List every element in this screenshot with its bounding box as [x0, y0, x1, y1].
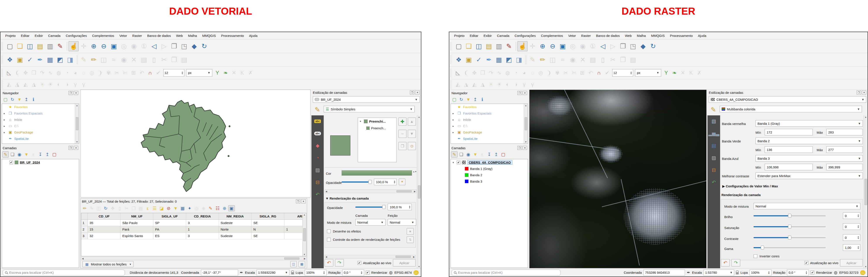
snapping-tolerance-spinbox[interactable]: 12▲▼ — [612, 69, 633, 76]
save-project-icon[interactable]: ◫ — [474, 41, 484, 51]
current-edits-icon[interactable]: ✎ — [79, 55, 89, 65]
layout-manager-icon[interactable]: ▥ — [45, 41, 55, 51]
close-panel-button[interactable]: ✕ — [301, 199, 306, 203]
local-cumulative-stretch-icon[interactable]: ◭ — [470, 80, 478, 89]
close-panel-button[interactable]: ✕ — [862, 91, 866, 95]
add-spatialite-layer-icon[interactable]: ✒ — [35, 55, 45, 65]
menu-item[interactable]: Web — [622, 33, 634, 38]
brightness-slider[interactable] — [753, 213, 826, 218]
add-group-icon[interactable]: ❏ — [9, 151, 16, 158]
open-project-icon[interactable]: ❏ — [464, 41, 474, 51]
coordinate-box[interactable]: -28,1° -37,7° — [201, 270, 238, 276]
offset-curve-icon[interactable]: ❩ — [96, 69, 104, 77]
vertex-tool-icon[interactable]: ✕ — [578, 55, 588, 65]
new-3d-map-view-icon[interactable]: ◳ — [628, 41, 638, 51]
view-3d-icon[interactable]: ◆ — [313, 142, 322, 149]
diagrams-icon[interactable]: ◔ — [313, 154, 322, 162]
zoom-in-icon[interactable]: ⊕ — [537, 41, 548, 51]
local-cumulative-stretch-icon[interactable]: ◭ — [22, 80, 30, 89]
new-print-layout-icon[interactable]: ▤ — [35, 41, 45, 51]
add-spatialite-layer-icon[interactable]: ✒ — [484, 55, 494, 65]
menu-item[interactable]: Ajuda — [695, 33, 709, 38]
rotation-spinbox[interactable]: 0,0 °▲▼ — [787, 270, 809, 276]
browser-item-favoritos-espaciais[interactable]: ▸ ❒ Favoritos Espaciais — [451, 110, 528, 116]
opacity-slider[interactable] — [342, 179, 372, 184]
full-cumulative-stretch-icon[interactable]: ◮ — [478, 80, 487, 89]
extents-pen-icon[interactable]: ✒ — [240, 270, 243, 275]
expand-arrow-icon[interactable]: ▸ — [453, 118, 455, 121]
filter-expression-icon[interactable]: ε — [30, 151, 37, 158]
crs-globe-icon[interactable]: ◍ — [389, 270, 393, 275]
table-hscrollbar[interactable]: ◀▶ — [81, 257, 306, 260]
new-project-icon[interactable]: ▢ — [5, 41, 15, 51]
properties-widget-icon[interactable]: ℹ — [30, 96, 37, 103]
digitize-segment-icon[interactable]: ❨ — [462, 69, 470, 77]
color-button[interactable] — [342, 170, 412, 176]
rotate-feature-icon[interactable]: ↷ — [38, 69, 46, 77]
sort-order-button[interactable]: ⇅ — [407, 236, 414, 243]
float-panel-button[interactable]: ❐ — [296, 199, 300, 203]
trim-extend-icon[interactable]: K — [687, 69, 695, 77]
delete-part-icon[interactable]: ◎ — [537, 69, 545, 77]
zoom-in-icon[interactable]: ⊕ — [89, 41, 99, 51]
decrease-gamma-icon[interactable]: γ — [80, 80, 88, 89]
add-polygon-feature-icon[interactable]: ◉ — [568, 55, 578, 65]
add-ring-icon[interactable]: ◍ — [55, 69, 63, 77]
full-histogram-stretch-icon[interactable]: ◮ — [13, 80, 22, 89]
simplify-feature-icon[interactable]: ∿ — [495, 69, 503, 77]
menu-item[interactable]: Raster — [130, 33, 145, 38]
pan-map-icon[interactable]: ☝ — [518, 41, 527, 51]
layer-band-1[interactable]: Banda 1 (Gray) — [451, 166, 528, 172]
table-vscrollbar[interactable]: ▲▼ — [302, 213, 306, 256]
add-vector-layer-icon[interactable]: ✓ — [474, 55, 484, 65]
layer-visibility-checkbox[interactable]: ✔ — [9, 161, 13, 164]
snapping-tolerance-spinbox[interactable]: 12▲▼ — [163, 69, 184, 76]
layer-row[interactable]: ✔ BR_UF_2024 — [2, 159, 79, 166]
topology-checker-icon[interactable]: Y — [662, 69, 670, 77]
add-raster-layer-icon[interactable]: ▦ — [45, 55, 55, 65]
menu-item[interactable]: Malha — [185, 33, 199, 38]
data-defined-override-icon[interactable]: ⯆ — [399, 179, 405, 185]
dock-table-icon[interactable]: ▣ — [228, 205, 235, 211]
remove-layer-icon[interactable]: ▢ — [51, 151, 58, 158]
filter-browser-icon[interactable]: ▼ — [16, 96, 23, 103]
menu-item[interactable]: Camada — [45, 33, 63, 38]
menu-item[interactable]: Configurações — [512, 33, 538, 38]
column-header[interactable]: SIGLA_UF — [153, 213, 186, 219]
menu-item[interactable]: Editar — [18, 33, 32, 38]
open-style-panel-icon[interactable]: ✎ — [451, 151, 458, 158]
column-header[interactable]: NM_REGIA — [219, 213, 252, 219]
zoom-to-layer-icon[interactable]: ◉ — [129, 41, 139, 51]
properties-widget-icon[interactable]: ℹ — [479, 96, 486, 103]
contrast-enhance-combo[interactable]: Estender para MinMax▼ — [755, 173, 863, 179]
menu-item[interactable]: Complementos — [90, 33, 117, 38]
pan-to-selection-icon[interactable]: ✛ — [79, 41, 89, 51]
effects-options-button[interactable]: ★ — [407, 228, 414, 235]
menu-item[interactable]: Configurações — [63, 33, 90, 38]
delete-part-icon[interactable]: ◎ — [88, 69, 96, 77]
organize-columns-icon[interactable]: ▦ — [179, 205, 186, 211]
contrast-slider[interactable] — [753, 235, 826, 240]
filter-legend-icon[interactable]: ▼ — [23, 151, 30, 158]
paste-features-icon[interactable]: ▤ — [179, 55, 189, 65]
paste-features-icon[interactable]: ▤ — [628, 55, 638, 65]
apply-button[interactable]: Aplicar — [840, 259, 863, 267]
render-checkbox[interactable]: ✔ — [366, 271, 370, 274]
menu-item[interactable]: Vetor — [117, 33, 130, 38]
fill-ring-icon[interactable]: ◕ — [71, 69, 80, 77]
blend-feature-combo[interactable]: Normal▼ — [388, 219, 416, 226]
redo-button[interactable]: ↷ — [335, 259, 344, 267]
saturation-spinbox[interactable]: 0▲▼ — [843, 223, 860, 230]
split-features-icon[interactable]: ✂ — [562, 69, 570, 77]
new-project-icon[interactable]: ▢ — [454, 41, 464, 51]
delete-ring-icon[interactable]: ◌ — [528, 69, 537, 77]
locator-search-input[interactable]: Escreva para localizar (Ctrl+K) — [3, 270, 125, 276]
zoom-last-icon[interactable]: ◁ — [598, 41, 608, 51]
history-icon[interactable]: ⊟ — [313, 179, 322, 186]
spatial-bookmarks-icon[interactable]: ◆ — [189, 41, 199, 51]
lock-scale-icon[interactable] — [736, 272, 739, 274]
invert-selection-icon[interactable]: ◪ — [158, 205, 165, 211]
increase-brightness-icon[interactable]: ☀ — [487, 80, 495, 89]
merge-features-icon[interactable]: ⊞ — [129, 69, 137, 77]
enable-tracing-icon[interactable]: ✕ — [679, 69, 687, 77]
